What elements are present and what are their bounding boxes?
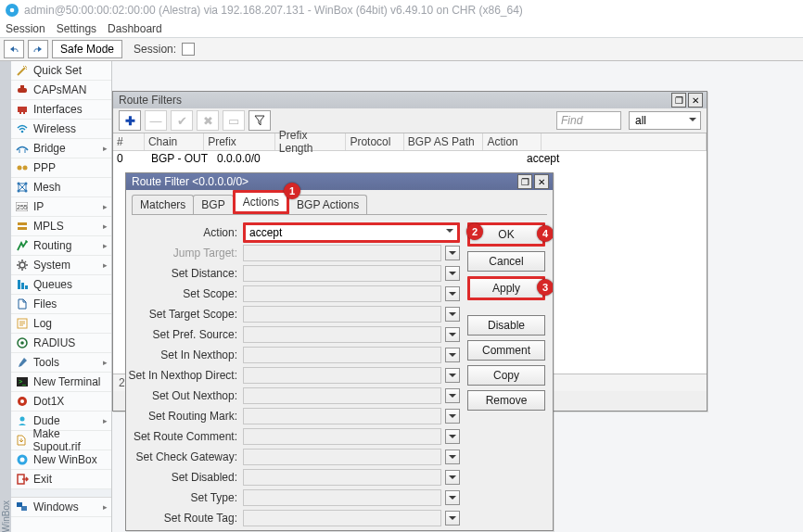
sidebar-item-quick-set[interactable]: Quick Set (11, 61, 111, 81)
disab-input[interactable] (243, 469, 441, 486)
mpls-icon (15, 220, 29, 234)
expand-toggle[interactable] (445, 307, 460, 322)
outnh-input[interactable] (243, 387, 441, 404)
rmark-input[interactable] (243, 408, 441, 424)
enable-button[interactable]: ✔ (171, 110, 193, 131)
table-row[interactable]: 0BGP - OUT0.0.0.0/0accept (113, 151, 707, 166)
expand-toggle[interactable] (445, 246, 460, 260)
expand-toggle[interactable] (445, 490, 460, 505)
sidebar-item-queues[interactable]: Queues (11, 275, 111, 295)
svg-point-36 (19, 458, 24, 462)
expand-toggle[interactable] (445, 470, 460, 485)
column-header[interactable]: Prefix (204, 133, 275, 150)
sidebar-item-make-supout-rif[interactable]: Make Supout.rif (11, 431, 111, 450)
tab-matchers[interactable]: Matchers (132, 195, 194, 214)
sidebar-item-interfaces[interactable]: Interfaces (11, 100, 111, 120)
column-header[interactable]: # (113, 133, 145, 150)
comment-button[interactable]: Comment (467, 340, 545, 361)
add-button[interactable]: ✚ (119, 110, 141, 131)
field-row-rmark: Set Routing Mark: (126, 406, 460, 426)
expand-toggle[interactable] (445, 429, 460, 444)
disable-button[interactable]: ✖ (197, 110, 219, 131)
tools-icon (15, 356, 29, 370)
tscope-input[interactable] (243, 306, 441, 323)
disable-button[interactable]: Disable (467, 315, 545, 336)
sidebar-item-new-terminal[interactable]: >_New Terminal (11, 373, 111, 392)
sidebar-item-files[interactable]: Files (11, 295, 111, 314)
sidebar-item-wireless[interactable]: Wireless (11, 120, 111, 139)
sidebar-item-system[interactable]: System▸ (11, 256, 111, 275)
tab-bgp[interactable]: BGP (193, 195, 233, 214)
expand-toggle[interactable] (445, 409, 460, 424)
redo-button[interactable] (28, 40, 48, 58)
apply-button[interactable]: Apply 3 (467, 276, 545, 300)
sidebar-item-label: Mesh (33, 181, 60, 194)
expand-toggle[interactable] (445, 348, 460, 362)
svg-rect-22 (21, 283, 24, 289)
expand-toggle[interactable] (445, 450, 460, 464)
expand-toggle[interactable] (445, 511, 460, 526)
type-input[interactable] (243, 489, 441, 506)
window-titlebar[interactable]: Route Filters ❐ ✕ (113, 92, 707, 108)
menu-dashboard[interactable]: Dashboard (108, 22, 162, 35)
jump-input[interactable] (243, 245, 441, 261)
sidebar-item-tools[interactable]: Tools▸ (11, 353, 111, 373)
dist-input[interactable] (243, 265, 441, 282)
expand-caret-icon: ▸ (103, 144, 108, 153)
sidebar-item-mesh[interactable]: Mesh (11, 178, 111, 197)
dialog-close-button[interactable]: ✕ (534, 174, 549, 189)
rcomm-input[interactable] (243, 428, 441, 445)
copy-button[interactable]: Copy (467, 365, 545, 386)
sup-icon (15, 434, 28, 448)
filter-all-dropdown[interactable]: all (629, 111, 701, 130)
inh-input[interactable] (243, 347, 441, 363)
cancel-button[interactable]: Cancel (467, 251, 545, 272)
undo-button[interactable] (4, 40, 24, 58)
sidebar-item-radius[interactable]: RADIUS (11, 334, 111, 353)
expand-toggle[interactable] (445, 368, 460, 383)
menu-session[interactable]: Session (6, 22, 45, 35)
action-input[interactable]: accept2 (243, 222, 460, 243)
sidebar-item-windows[interactable]: Windows▸ (11, 498, 111, 517)
expand-toggle[interactable] (445, 266, 460, 281)
sidebar-item-ppp[interactable]: PPP (11, 158, 111, 178)
scope-input[interactable] (243, 285, 441, 302)
find-input[interactable]: Find (556, 111, 621, 130)
sidebar-item-dot1x[interactable]: Dot1X (11, 392, 111, 412)
field-label: Set Route Comment: (126, 430, 243, 443)
column-header[interactable]: Chain (145, 133, 204, 150)
dialog-titlebar[interactable]: Route Filter <0.0.0.0/0> ❐ ✕ (126, 173, 553, 190)
sidebar-item-exit[interactable]: Exit (11, 470, 111, 489)
filter-button[interactable] (249, 110, 271, 131)
column-header[interactable] (542, 133, 707, 150)
sidebar-item-log[interactable]: Log (11, 314, 111, 334)
sidebar-item-new-winbox[interactable]: New WinBox (11, 450, 111, 470)
tab-actions[interactable]: Actions (233, 190, 289, 214)
menu-settings[interactable]: Settings (57, 22, 96, 35)
sidebar-item-bridge[interactable]: Bridge▸ (11, 139, 111, 158)
remove-dialog-button[interactable]: Remove (467, 390, 545, 411)
sidebar-item-routing[interactable]: Routing▸ (11, 236, 111, 256)
inhd-input[interactable] (243, 367, 441, 384)
column-header[interactable]: Action (483, 133, 541, 150)
column-header[interactable]: Protocol (346, 133, 403, 150)
rtag-input[interactable] (243, 510, 441, 526)
remove-button[interactable]: — (145, 110, 167, 131)
dialog-restore-button[interactable]: ❐ (517, 174, 532, 189)
comment-toolbar-button[interactable]: ▭ (223, 110, 245, 131)
gw-input[interactable] (243, 449, 441, 465)
sidebar-item-capsman[interactable]: CAPsMAN (11, 81, 111, 100)
window-restore-button[interactable]: ❐ (671, 93, 686, 108)
safe-mode-button[interactable]: Safe Mode (52, 40, 122, 58)
field-row-dist: Set Distance: (126, 263, 460, 284)
tab-bgp-actions[interactable]: BGP Actions (288, 195, 367, 214)
expand-toggle[interactable] (445, 327, 460, 342)
pref-input[interactable] (243, 326, 441, 343)
expand-toggle[interactable] (445, 286, 460, 301)
sidebar-item-ip[interactable]: 255IP▸ (11, 197, 111, 217)
window-close-button[interactable]: ✕ (688, 93, 703, 108)
column-header[interactable]: BGP AS Path (404, 133, 484, 150)
column-header[interactable]: Prefix Length (275, 133, 347, 150)
expand-toggle[interactable] (445, 388, 460, 403)
sidebar-item-mpls[interactable]: MPLS▸ (11, 217, 111, 236)
